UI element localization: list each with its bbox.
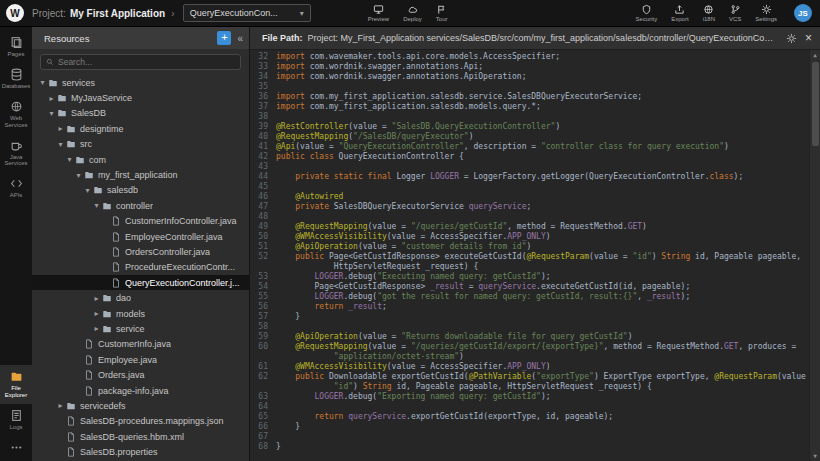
code-line[interactable]: 60 @RequestMapping(value = "/queries/get…: [250, 342, 809, 352]
code-line[interactable]: "application/octet-stream"): [250, 352, 809, 362]
tree-item-com[interactable]: ▾com: [32, 152, 249, 167]
code-line[interactable]: 65 return queryService.exportGetCustId(e…: [250, 412, 809, 422]
chevron-down-icon[interactable]: ▾: [92, 201, 101, 210]
scroll-down-icon[interactable]: ▼: [813, 451, 817, 461]
tree-item-customerinfo-java[interactable]: CustomerInfo.java: [32, 337, 249, 352]
tree-item-designtime[interactable]: ▸designtime: [32, 121, 249, 136]
code-line[interactable]: 32import com.wavemaker.tools.api.core.mo…: [250, 52, 809, 62]
code-line[interactable]: 47 private SalesDBQueryExecutorService q…: [250, 202, 809, 212]
code-line[interactable]: 66 }: [250, 422, 809, 432]
code-line[interactable]: 56 return _result;: [250, 302, 809, 312]
tree-item-src[interactable]: ▾src: [32, 137, 249, 152]
code-line[interactable]: 48: [250, 212, 809, 222]
tree-item-models[interactable]: ▸models: [32, 306, 249, 321]
code-line[interactable]: 58: [250, 322, 809, 332]
tree-item-orders-java[interactable]: Orders.java: [32, 367, 249, 382]
tree-item-my-first-application[interactable]: ▾my_first_application: [32, 167, 249, 182]
chevron-right-icon[interactable]: ▸: [56, 124, 65, 133]
tree-item-employeecontroller-java[interactable]: EmployeeController.java: [32, 229, 249, 244]
code-line[interactable]: 42public class QueryExecutionController …: [250, 152, 809, 162]
export-button[interactable]: Export: [664, 4, 695, 22]
code-line[interactable]: 35: [250, 82, 809, 92]
code-line[interactable]: 40@RequestMapping("/SalesDB/queryExecuto…: [250, 132, 809, 142]
wavemaker-logo[interactable]: W: [6, 4, 24, 22]
open-file-dropdown[interactable]: QueryExecutionCon... ▾: [183, 4, 311, 22]
code-line[interactable]: 59 @ApiOperation(value = "Returns downlo…: [250, 332, 809, 342]
tree-item-employee-java[interactable]: Employee.java: [32, 352, 249, 367]
tree-item-salesdb-properties[interactable]: SalesDB.properties: [32, 444, 249, 459]
code-line[interactable]: 61 @WMAccessVisibility(value = AccessSpe…: [250, 362, 809, 372]
code-line[interactable]: 46 @Autowired: [250, 192, 809, 202]
tree-item-procedureexecutioncontr[interactable]: ProcedureExecutionContr...: [32, 260, 249, 275]
chevron-right-icon[interactable]: ▸: [47, 94, 56, 103]
chevron-down-icon[interactable]: ▾: [74, 171, 83, 180]
code-line[interactable]: 34import com.wordnik.swagger.annotations…: [250, 72, 809, 82]
close-icon[interactable]: ×: [805, 32, 812, 44]
tree-item-dao[interactable]: ▸dao: [32, 290, 249, 305]
preview-button[interactable]: Preview: [361, 4, 396, 22]
tree-item-servicedefs[interactable]: ▸servicedefs: [32, 398, 249, 413]
tree-item-salesdb-queries-hbm-xml[interactable]: SalesDB-queries.hbm.xml: [32, 429, 249, 444]
code-line[interactable]: 49 @RequestMapping(value = "/queries/get…: [250, 222, 809, 232]
code-line[interactable]: 52 public Page<GetCustIdResponse> execut…: [250, 252, 809, 262]
i18n-button[interactable]: i18N: [696, 4, 722, 22]
tree-item-salesdb[interactable]: ▾salesdb: [32, 183, 249, 198]
add-resource-button[interactable]: +: [217, 31, 231, 45]
code-line[interactable]: 37import com.my_first_application.salesd…: [250, 102, 809, 112]
scroll-up-icon[interactable]: ▲: [813, 50, 817, 60]
code-line[interactable]: 45: [250, 182, 809, 192]
rail-item-logs[interactable]: Logs: [0, 404, 32, 436]
tree-item-service[interactable]: ▸service: [32, 321, 249, 336]
vcs-button[interactable]: VCS: [722, 4, 748, 22]
tree-item-services[interactable]: ▾services: [32, 75, 249, 90]
code-line[interactable]: 36import com.my_first_application.salesd…: [250, 92, 809, 102]
code-line[interactable]: 63 LOGGER.debug("Exporting named query: …: [250, 392, 809, 402]
editor-scrollbar[interactable]: ▲ ▼: [809, 50, 820, 461]
code-line[interactable]: 62 public Downloadable exportGetCustId(@…: [250, 372, 809, 382]
code-line[interactable]: 53 LOGGER.debug("Executing named query: …: [250, 272, 809, 282]
code-line[interactable]: 41@Api(value = "QueryExecutionController…: [250, 142, 809, 152]
code-line[interactable]: 54 Page<GetCustIdResponse> _result = que…: [250, 282, 809, 292]
code-line[interactable]: 68}: [250, 442, 809, 452]
security-button[interactable]: Security: [629, 4, 665, 22]
chevron-down-icon[interactable]: ▾: [38, 78, 47, 87]
scrollbar-thumb[interactable]: [812, 62, 819, 146]
code-area[interactable]: 32import com.wavemaker.tools.api.core.mo…: [250, 50, 820, 461]
code-line[interactable]: "id") String id, Pageable pageable, Http…: [250, 382, 809, 392]
code-line[interactable]: 55 LOGGER.debug("got the result for name…: [250, 292, 809, 302]
code-line[interactable]: 67: [250, 432, 809, 442]
chevron-right-icon[interactable]: ▸: [56, 401, 65, 410]
code-line[interactable]: 50 @WMAccessVisibility(value = AccessSpe…: [250, 232, 809, 242]
collapse-panel-icon[interactable]: «: [237, 33, 243, 44]
tree-item-salesdb-procedures-mappings-json[interactable]: SalesDB-procedures.mappings.json: [32, 414, 249, 429]
tree-item-queryexecutioncontroller-j[interactable]: QueryExecutionController.j...: [32, 275, 249, 290]
code-line[interactable]: 43: [250, 162, 809, 172]
chevron-down-icon[interactable]: ▾: [56, 140, 65, 149]
chevron-down-icon[interactable]: ▾: [47, 109, 56, 118]
code-line[interactable]: 51 @ApiOperation(value = "customer detai…: [250, 242, 809, 252]
search-input[interactable]: [58, 57, 235, 67]
code-line[interactable]: 33import com.wordnik.swagger.annotations…: [250, 62, 809, 72]
code-line[interactable]: HttpServletRequest _request) {: [250, 262, 809, 272]
code-line[interactable]: 64: [250, 402, 809, 412]
rail-item-apis[interactable]: APIs: [0, 172, 32, 204]
code-line[interactable]: 44 private static final Logger LOGGER = …: [250, 172, 809, 182]
user-avatar[interactable]: JS: [794, 4, 812, 22]
chevron-right-icon[interactable]: ▸: [92, 309, 101, 318]
tree-item-controller[interactable]: ▾controller: [32, 198, 249, 213]
rail-item-java-services[interactable]: Java Services: [0, 134, 32, 173]
rail-item-pages[interactable]: Pages: [0, 31, 32, 63]
chevron-right-icon[interactable]: ▸: [92, 294, 101, 303]
gear-icon[interactable]: [786, 33, 797, 44]
tree-item-myjavaservice[interactable]: ▸MyJavaService: [32, 90, 249, 105]
rail-item-web-services[interactable]: Web Services: [0, 95, 32, 134]
code-line[interactable]: 39@RestController(value = "SalesDB.Query…: [250, 122, 809, 132]
rail-item-databases[interactable]: Databases: [0, 63, 32, 95]
chevron-down-icon[interactable]: ▾: [83, 186, 92, 195]
tree-item-orderscontroller-java[interactable]: OrdersController.java: [32, 244, 249, 259]
rail-item-file-explorer[interactable]: File Explorer: [0, 365, 32, 404]
tree-item-salesdb[interactable]: ▾SalesDB: [32, 106, 249, 121]
chevron-down-icon[interactable]: ▾: [65, 155, 74, 164]
code-line[interactable]: 38: [250, 112, 809, 122]
tree-item-package-info-java[interactable]: package-info.java: [32, 383, 249, 398]
